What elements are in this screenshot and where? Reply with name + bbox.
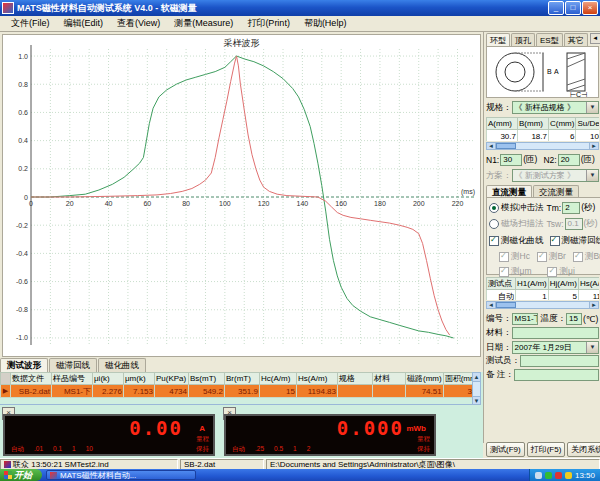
radio-icon[interactable] [489,203,499,213]
tray-icon[interactable] [555,472,562,479]
spec-table-hscrollbar[interactable]: ◄ ► [486,142,599,150]
table-cell[interactable]: 1194 [578,290,599,301]
menu-item[interactable]: 编辑(Edit) [57,16,111,31]
column-header[interactable]: Pu(KPa) [155,373,189,385]
core-shape-tab[interactable]: 顶孔 [511,33,535,46]
tray-icon[interactable] [535,472,542,479]
scroll-right-icon[interactable]: ► [589,143,598,149]
checkbox-icon[interactable] [550,236,560,246]
scroll-thumb[interactable] [496,143,516,149]
range-button[interactable]: 1 [293,443,297,453]
tab-scroll-left-icon[interactable]: ◄ [590,33,600,44]
start-button[interactable]: 开始 [0,469,42,481]
table-row[interactable]: 自动151194 [487,290,600,301]
spec-combobox[interactable]: 《 新样品规格 》 ▼ [512,101,600,114]
minimize-button[interactable]: _ [548,1,564,15]
menu-item[interactable]: 文件(File) [4,16,57,31]
column-header[interactable]: 样品编号 [52,373,93,385]
scroll-up-icon[interactable]: ▲ [473,373,480,382]
range-button[interactable]: 0.1 [53,443,62,453]
tester-input[interactable] [520,355,599,367]
temperature-input[interactable]: 15 [566,313,582,325]
action-button[interactable]: 打印(F5) [527,442,566,457]
range-button[interactable]: .25 [255,443,264,453]
scroll-right-icon[interactable]: ► [589,302,598,308]
plan-combobox[interactable]: 《 新测试方案 》 ▼ [512,169,600,182]
table-cell[interactable]: 1194.83 [297,385,338,398]
column-header[interactable]: Br(mT) [225,373,260,385]
column-header[interactable]: H1(A/m) [516,278,549,290]
column-header[interactable]: Hs(A/m) [578,278,599,290]
column-header[interactable]: 面积(mm^2) [443,373,472,385]
maximize-button[interactable]: □ [565,1,581,15]
material-input[interactable] [512,327,600,339]
table-cell[interactable]: 4734 [155,385,189,398]
chevron-down-icon[interactable]: ▼ [586,342,598,353]
table-cell[interactable]: 15 [260,385,297,398]
range-button[interactable]: 2 [307,443,311,453]
table-cell[interactable]: 1 [516,290,549,301]
core-shape-tab[interactable]: 环型 [486,33,510,46]
column-header[interactable]: 规格 [338,373,373,385]
close-button[interactable]: × [582,1,598,15]
table-cell[interactable]: 351.9 [225,385,260,398]
tray-icon[interactable] [565,472,572,479]
checkbox-icon[interactable] [499,267,509,277]
scroll-left-icon[interactable]: ◄ [487,302,496,308]
column-header[interactable]: A(mm) [487,118,518,130]
result-table-vscrollbar[interactable]: ▲ ▼ [472,372,481,404]
menu-item[interactable]: 测量(Measure) [167,16,240,31]
column-header[interactable]: Su/De [576,118,599,130]
range-button[interactable]: 自动 [232,443,245,453]
table-cell[interactable]: 5 [548,290,578,301]
result-tab[interactable]: 磁滞回线 [49,358,97,372]
column-header[interactable]: Hj(A/m) [548,278,578,290]
checkbox-icon[interactable] [573,252,583,262]
chevron-down-icon[interactable]: ▼ [586,102,598,113]
sample-id-input[interactable]: MS1-下 [512,313,538,325]
action-button[interactable]: 关闭系统 [567,442,600,457]
table-cell[interactable] [373,385,406,398]
tray-icon[interactable] [545,472,552,479]
test-table-hscrollbar[interactable]: ◄ ► [486,301,599,309]
column-header[interactable]: μi(k) [93,373,124,385]
menu-item[interactable]: 打印(Print) [240,16,297,31]
table-cell[interactable]: 6 [549,130,576,142]
date-picker[interactable]: 2007年 1月29日 ▼ [512,341,600,354]
column-header[interactable]: 数据文件 [11,373,52,385]
n1-input[interactable]: 30 [500,154,522,166]
column-header[interactable]: 材料 [373,373,406,385]
column-header[interactable]: μm(k) [124,373,155,385]
table-cell[interactable]: 30.7 [487,130,518,142]
range-button[interactable]: 自动 [11,443,24,453]
action-button[interactable]: 测试(F9) [486,442,525,457]
scroll-left-icon[interactable]: ◄ [487,143,496,149]
n2-input[interactable]: 20 [558,154,580,166]
menu-item[interactable]: 帮助(Help) [297,16,354,31]
table-cell[interactable]: 549.2 [189,385,225,398]
table-cell[interactable]: 7.153 [124,385,155,398]
table-cell[interactable]: SB-2.dat [11,385,52,398]
result-tab[interactable]: 测试波形 [0,358,48,372]
column-header[interactable]: Hc(A/m) [260,373,297,385]
range-button[interactable]: 0.5 [274,443,283,453]
range-button[interactable]: 10 [86,443,93,453]
table-cell[interactable]: 自动 [487,290,516,301]
tm-input[interactable]: 2 [562,202,580,214]
table-cell[interactable]: 2.276 [93,385,124,398]
range-button[interactable]: .01 [34,443,43,453]
table-cell[interactable] [338,385,373,398]
menu-item[interactable]: 查看(View) [110,16,167,31]
table-cell[interactable]: MS1-下 [52,385,93,398]
checkbox-icon[interactable] [547,267,557,277]
range-hold-button[interactable]: 量程保持 [196,433,209,453]
tsw-input[interactable]: 0.1 [565,218,583,230]
range-hold-button[interactable]: 量程保持 [417,433,430,453]
note-input[interactable] [514,369,599,381]
table-cell[interactable]: 100 [576,130,599,142]
column-header[interactable]: 测试点 [487,278,516,290]
table-cell[interactable]: 18.7 [518,130,549,142]
radio-icon[interactable] [489,219,499,229]
table-cell[interactable]: 35.27 [443,385,472,398]
core-shape-tab[interactable]: 其它 [564,33,588,46]
